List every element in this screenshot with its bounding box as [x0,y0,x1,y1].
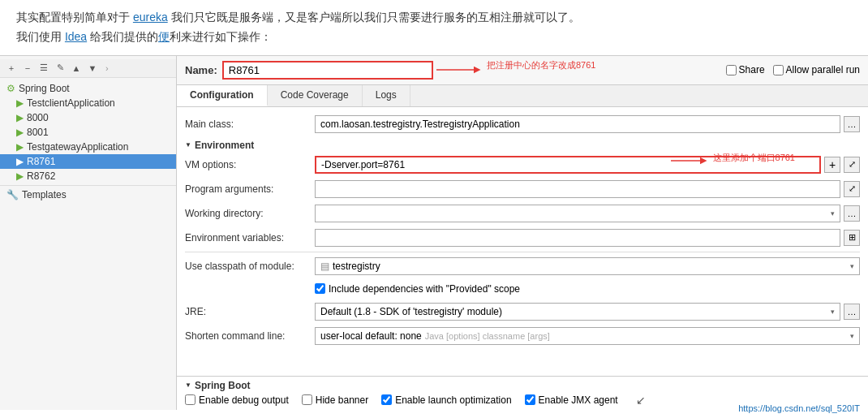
sidebar-item-spring-boot[interactable]: ⚙ Spring Boot [0,81,176,96]
run-icon-8001: ▶ [16,127,24,138]
main-class-value-area: … [315,115,860,133]
classpath-label: Use classpath of module: [185,261,315,272]
sidebar-item-templates[interactable]: 🔧 Templates [0,187,176,202]
enable-launch-checkbox[interactable] [381,394,392,405]
tab-code-coverage[interactable]: Code Coverage [268,85,363,106]
working-dir-value-area: ▾ … [315,205,860,222]
spring-boot-section-title: ▼ Spring Boot [185,380,860,391]
enable-debug-label[interactable]: Enable debug output [185,394,289,406]
shorten-value-area: user-local default: none Java [options] … [315,327,860,345]
program-args-input[interactable] [315,180,840,198]
enable-launch-label[interactable]: Enable launch optimization [381,394,511,406]
enable-debug-text: Enable debug output [199,394,289,406]
share-checkbox-label[interactable]: Share [726,64,765,75]
shorten-label: Shorten command line: [185,330,315,342]
enable-debug-checkbox[interactable] [185,394,196,405]
vm-expand-btn[interactable]: ⤢ [844,157,860,173]
allow-parallel-checkbox-label[interactable]: Allow parallel run [773,64,860,75]
main-class-row: Main class: … [185,112,860,136]
sidebar-item-r8761[interactable]: ▶ R8761 [0,154,176,169]
working-dir-btn[interactable]: … [844,205,860,222]
cursor-indicator: ↙ [636,394,646,407]
r8761-label: R8761 [27,156,55,167]
sidebar-tree: ⚙ Spring Boot ▶ TestclientApplication ▶ … [0,78,176,205]
line2: 我们使用 Idea 给我们提供的便利来进行如下操作： [16,28,852,47]
sidebar-item-8000[interactable]: ▶ 8000 [0,110,176,125]
main-class-label: Main class: [185,119,315,130]
allow-parallel-checkbox[interactable] [773,65,784,75]
include-deps-checkbox-label[interactable]: Include dependencies with "Provided" sco… [315,283,520,295]
vm-plus-btn[interactable]: + [824,157,840,173]
program-args-label: Program arguments: [185,183,315,195]
shorten-dropdown[interactable]: user-local default: none Java [options] … [315,327,860,345]
jre-btn[interactable]: … [844,304,860,320]
env-vars-input[interactable] [315,229,840,247]
jre-row: JRE: Default (1.8 - SDK of 'testregistry… [185,299,860,324]
tab-configuration[interactable]: Configuration [177,85,268,106]
tabs-bar: Configuration Code Coverage Logs [177,85,868,107]
working-dir-input[interactable]: ▾ [315,205,840,222]
spring-boot-title: Spring Boot [195,380,251,391]
env-vars-row: Environment variables: ⊞ [185,226,860,250]
enable-jmx-label[interactable]: Enable JMX agent [525,394,618,406]
name-input[interactable] [222,61,433,80]
add-btn[interactable]: + [5,62,18,75]
line1: 其实配置特别简单对于 eureka 我们只它既是服务端，又是客户端所以我们只需要… [16,8,852,28]
share-area: Share Allow parallel run [726,64,860,75]
hide-banner-label[interactable]: Hide banner [302,394,368,406]
enable-jmx-checkbox[interactable] [525,394,535,405]
sidebar-item-testgateway[interactable]: ▶ TestgatewayApplication [0,140,176,154]
include-deps-checkbox[interactable] [315,283,325,294]
vm-arrow [671,151,711,166]
run-icon-8000: ▶ [16,112,24,123]
jre-dropdown[interactable]: Default (1.8 - SDK of 'testregistry' mod… [315,303,840,321]
classpath-icon: ▤ [320,261,329,272]
vm-options-row: VM options: + ⤢ [185,153,860,177]
templates-label: Templates [22,189,67,200]
up-btn[interactable]: ▲ [70,62,83,75]
classpath-value: testregistry [333,261,380,272]
bian-highlight: 便 [158,30,170,43]
program-args-expand-btn[interactable]: ⤢ [844,181,860,197]
copy-btn[interactable]: ☰ [37,62,50,75]
annotation-arrow-name [436,58,485,74]
spring-icon: ⚙ [6,83,15,94]
working-dir-arrow: ▾ [831,209,835,218]
working-dir-row: Working directory: ▾ … [185,201,860,226]
remove-btn[interactable]: − [21,62,34,75]
sidebar-item-8001[interactable]: ▶ 8001 [0,125,176,140]
sidebar: + − ☰ ✎ ▲ ▼ › ⚙ Spring Boot ▶ Testclient… [0,56,177,410]
vm-annotation-text: 这里添加个端口8761 [713,152,795,164]
sidebar-item-testclient[interactable]: ▶ TestclientApplication [0,96,176,110]
jre-label: JRE: [185,306,315,317]
testgateway-label: TestgatewayApplication [27,141,128,153]
item-8001-label: 8001 [27,127,49,138]
main-class-btn[interactable]: … [844,116,860,132]
jre-value: Default (1.8 - SDK of 'testregistry' mod… [320,306,502,317]
name-annotation: 把注册中心的名字改成8761 [436,58,595,74]
share-checkbox[interactable] [726,65,737,75]
sidebar-item-r8762[interactable]: ▶ R8762 [0,169,176,183]
include-deps-row: Include dependencies with "Provided" sco… [185,278,860,299]
name-bar: Name: 把注册中心的名字改成8761 Share [177,56,868,85]
hide-banner-checkbox[interactable] [302,394,312,405]
top-text-area: 其实配置特别简单对于 eureka 我们只它既是服务端，又是客户端所以我们只需要… [0,0,868,52]
down-btn[interactable]: ▼ [86,62,99,75]
env-vars-btn[interactable]: ⊞ [844,230,860,246]
run-icon-r8762: ▶ [16,170,24,182]
name-annotation-text: 把注册中心的名字改成8761 [487,59,595,71]
watermark: https://blog.csdn.net/sql_520IT [738,403,860,413]
classpath-dropdown[interactable]: ▤ testregistry ▾ [315,257,860,275]
shorten-placeholder: Java [options] classname [args] [425,331,550,341]
config-form: Main class: … ▼ Environment VM options: … [177,107,868,376]
spring-boot-label: Spring Boot [19,83,70,94]
share-label: Share [739,64,765,75]
divider [0,185,176,186]
edit-btn[interactable]: ✎ [54,62,67,75]
env-vars-value-area: ⊞ [315,229,860,247]
main-class-input[interactable] [315,115,840,133]
enable-jmx-text: Enable JMX agent [539,394,618,406]
tab-logs[interactable]: Logs [363,85,410,106]
program-args-value-area: ⤢ [315,180,860,198]
include-deps-label: Include dependencies with "Provided" sco… [329,283,520,295]
